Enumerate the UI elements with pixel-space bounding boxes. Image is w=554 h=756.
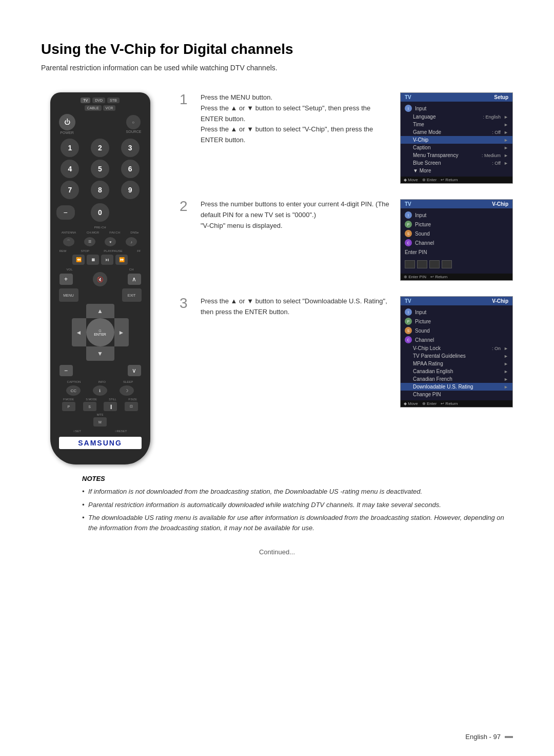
tv-label-2: TV	[405, 201, 411, 207]
vol-down-button[interactable]: −	[60, 365, 73, 376]
ch-up-button[interactable]: ∧	[128, 274, 141, 285]
step-1-content: Press the MENU button. Press the ▲ or ▼ …	[201, 92, 513, 184]
vchip-item-canenglish: Canadian English ►	[401, 367, 512, 375]
num-5-button[interactable]: 5	[91, 160, 109, 178]
vchip-item-canfrench: Canadian French ►	[401, 375, 512, 383]
num-0-button[interactable]: 0	[91, 203, 109, 222]
num-1-button[interactable]: 1	[61, 139, 79, 157]
tv-footer-vchip: ◆ Move ⊕ Enter ↩ Return	[401, 400, 512, 407]
tv-item-input: I Input	[401, 104, 512, 113]
mute-button[interactable]: 🔇	[93, 272, 107, 286]
tv-body-vchip: I Input P Picture S Sound	[401, 305, 512, 400]
menutrans-value: : Medium	[482, 153, 501, 158]
source-button[interactable]: ○	[126, 115, 141, 129]
num-4-button[interactable]: 4	[61, 160, 79, 178]
footer-return-pin: ↩ Return	[430, 275, 447, 279]
dash-button[interactable]: −	[56, 205, 75, 220]
pmode-button[interactable]: P	[62, 402, 75, 411]
smode-button[interactable]: S	[83, 402, 96, 411]
set-label: ○SET	[73, 430, 81, 433]
page-number-text: English - 97	[465, 733, 501, 741]
enter-button[interactable]: G ENTER	[86, 318, 114, 346]
time-label: Time	[413, 122, 501, 127]
info-button[interactable]: ℹ	[93, 385, 107, 396]
stop-label: STOP	[81, 249, 89, 253]
smode-label: S.MODE	[86, 398, 97, 401]
dvd-mode-button[interactable]: DVD	[92, 98, 105, 103]
pre-ch-label: PRE-CH	[94, 226, 106, 229]
mode-buttons-row: TV DVD STB	[56, 98, 144, 103]
tv-title-pin: V-Chip	[492, 201, 508, 207]
info-label: INFO	[98, 380, 105, 383]
still-label: STILL	[109, 398, 116, 401]
num-8-button[interactable]: 8	[91, 181, 109, 199]
stop-button[interactable]: ⏹	[87, 255, 99, 265]
ff-button[interactable]: ⏩	[115, 255, 128, 265]
ch-mgr-button[interactable]: ☰	[84, 237, 95, 246]
dpad-left-button[interactable]: ◄	[72, 318, 86, 346]
step-1-text: Press the MENU button. Press the ▲ or ▼ …	[201, 92, 392, 146]
vchip-item-tvpg: TV Parental Guidelines ►	[401, 352, 512, 360]
vchip-item-mpaa: MPAA Rating ►	[401, 360, 512, 367]
menu-button[interactable]: MENU	[59, 288, 78, 302]
dpad-down-button[interactable]: ▼	[86, 346, 114, 361]
zero-row: − 0	[56, 203, 144, 222]
dnse-button[interactable]: ♪	[126, 237, 137, 246]
rew-button[interactable]: ⏪	[72, 255, 85, 265]
psize-button[interactable]: ⊡	[125, 402, 138, 411]
num-3-button[interactable]: 3	[121, 139, 140, 157]
exit-button[interactable]: EXIT	[122, 288, 142, 302]
tv-item-vchip: V-Chip ►	[401, 136, 512, 144]
mts-button[interactable]: M	[93, 417, 107, 427]
vchip-item-lock: V-Chip Lock : On ►	[401, 344, 512, 352]
page-number-area: English - 97	[465, 733, 513, 741]
num-2-button[interactable]: 2	[91, 139, 109, 157]
tv-title-vchip: V-Chip	[492, 298, 508, 304]
tv-screen-pin: TV V-Chip I Input P Picture	[400, 199, 513, 281]
dpad-up-button[interactable]: ▲	[86, 304, 114, 318]
play-pause-button[interactable]: ⏯	[101, 255, 113, 265]
tv-item-language: Language : English ►	[401, 113, 512, 121]
fav-ch-button[interactable]: ♥	[105, 237, 116, 246]
vchip-sound-label: Sound	[415, 328, 508, 334]
tv-pin-channel: C Channel	[401, 238, 512, 247]
footer-enter-pin: ⊕ Enter PIN	[404, 275, 426, 279]
pin-input-label: Input	[415, 212, 508, 218]
mpaa-arrow: ►	[504, 361, 508, 366]
power-button[interactable]: ⏻	[59, 114, 75, 130]
vcr-button[interactable]: VCR	[103, 105, 116, 111]
footer-enter-vchip: ⊕ Enter	[422, 401, 437, 406]
tv-mode-button[interactable]: TV	[81, 98, 90, 103]
vchip-picture-label: Picture	[415, 319, 508, 324]
caption-button[interactable]: CC	[66, 385, 81, 396]
ch-down-button[interactable]: ∨	[128, 365, 141, 376]
pin-sound-label: Sound	[415, 231, 508, 237]
bluescreen-label: Blue Screen	[413, 160, 489, 166]
stb-mode-button[interactable]: STB	[107, 98, 120, 103]
vol-up-button[interactable]: +	[60, 274, 73, 285]
footer-enter: ⊕ Enter	[422, 178, 437, 182]
dpad-right-button[interactable]: ►	[114, 318, 129, 346]
tv-header-setup: TV Setup	[401, 93, 512, 102]
num-9-button[interactable]: 9	[121, 181, 140, 199]
gamemode-label: Game Mode	[413, 129, 489, 135]
caption-info-sleep-row: CAPTION INFO SLEEP	[56, 380, 144, 383]
cable-button[interactable]: CABLE	[85, 105, 102, 111]
step-3: 3 Press the ▲ or ▼ button to select "Dow…	[180, 296, 513, 408]
canenglish-arrow: ►	[504, 369, 508, 374]
tvpg-label: TV Parental Guidelines	[413, 353, 501, 359]
canfrench-arrow: ►	[504, 377, 508, 382]
still-button[interactable]: ▐	[104, 402, 117, 411]
num-7-button[interactable]: 7	[61, 181, 79, 199]
num-6-button[interactable]: 6	[121, 160, 140, 178]
note-item-3: The downloadable US rating menu is avail…	[82, 513, 513, 533]
vol-label: VOL	[67, 268, 73, 271]
menu-exit-row: MENU EXIT	[56, 288, 144, 302]
step-2-number: 2	[180, 199, 192, 214]
sleep-button[interactable]: ☽	[120, 385, 134, 396]
vchip-label: V-Chip	[413, 137, 501, 143]
caption-menu-label: Caption	[413, 145, 501, 150]
antenna-button[interactable]: ⌒	[63, 237, 74, 246]
tv-screen-setup: TV Setup I Input Language : English	[400, 92, 513, 184]
play-pause-label: PLAY/PAUSE	[104, 249, 122, 253]
